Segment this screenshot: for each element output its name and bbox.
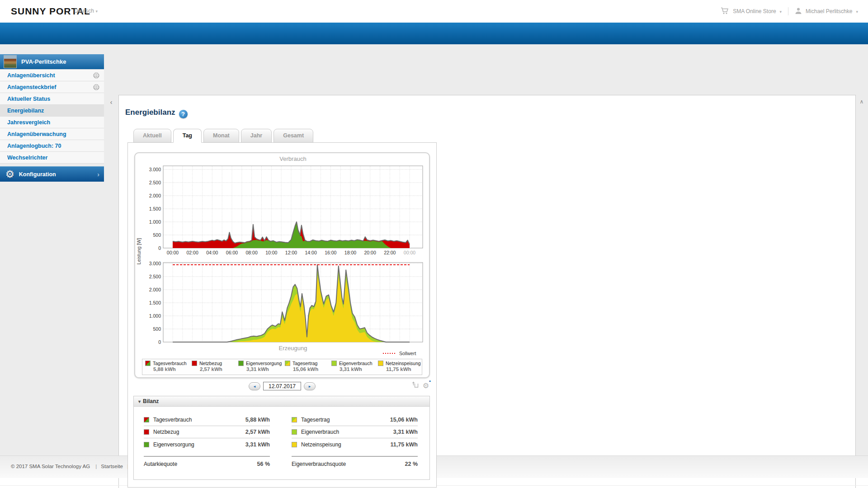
legend-swatch-yellow [292, 442, 297, 447]
chart-settings-icon[interactable] [423, 381, 429, 390]
user-menu[interactable]: Michael Perlitschke [806, 8, 852, 14]
sidebar-item-anlagenübersicht[interactable]: Anlagenübersicht [0, 70, 104, 81]
x-tick-label: 06:00 [226, 250, 238, 255]
legend-item-top: Netzbezug [192, 361, 236, 366]
sidebar-collapse-button[interactable] [108, 97, 115, 107]
plant-thumbnail [4, 55, 17, 68]
legend-swatch-red [192, 361, 197, 366]
top-bar: SUNNY PORTAL Deutsch SMA Online Store Mi… [0, 0, 868, 23]
config-label: Konfiguration [19, 171, 56, 178]
legend-item-netzbezug: Netzbezug2,57 kWh [189, 359, 236, 375]
y-tick-label: 1.000 [149, 219, 161, 225]
sidebar-item-aktueller-status[interactable]: Aktueller Status [0, 93, 104, 105]
bilanz-row-tagesertrag: Tagesertrag15,06 kWh [292, 414, 418, 426]
tab-aktuell[interactable]: Aktuell [133, 129, 171, 143]
sidebar-item-anlagenlogbuch-70[interactable]: Anlagenlogbuch: 70 [0, 140, 104, 152]
legend-item-value: 5,88 kWh [153, 366, 189, 372]
legend-item-eigenversorgung: Eigenversorgung3,31 kWh [236, 359, 282, 375]
export-icon[interactable] [412, 381, 419, 390]
sidebar-item-anlagensteckbrief[interactable]: Anlagensteckbrief [0, 81, 104, 93]
bilanz-row-label: Netzeinspeisung [301, 441, 341, 448]
legend-item-top: Eigenverbrauch [331, 361, 375, 366]
chevron-right-icon [97, 170, 99, 178]
bilanz-row-label: Eigenverbrauch [301, 429, 339, 435]
store-menu[interactable]: SMA Online Store [733, 8, 776, 14]
chart-legend: Tagesverbrauch5,88 kWhNetzbezug2,57 kWhE… [142, 359, 422, 375]
previous-day-button[interactable] [249, 382, 260, 390]
bilanz-left-rows: Tagesverbrauch5,88 kWhNetzbezug2,57 kWhE… [144, 414, 270, 450]
x-tick-label: 16:00 [325, 250, 336, 255]
sidebar-item-konfiguration[interactable]: Konfiguration [0, 166, 104, 182]
bilanz-row-label: Netzbezug [153, 429, 179, 435]
legend-swatch-red-green [145, 361, 151, 366]
tab-jahr[interactable]: Jahr [241, 129, 272, 143]
tab-tag[interactable]: Tag [173, 129, 202, 143]
date-navigation [128, 382, 436, 390]
workspace-background: PVA-Perlitschke AnlagenübersichtAnlagens… [0, 44, 868, 455]
y-tick-label: 0 [158, 339, 161, 345]
legend-item-value: 15,06 kWh [293, 366, 329, 372]
bilanz-row-value: 11,75 kWh [391, 441, 418, 448]
y-tick-label: 2.500 [149, 180, 161, 185]
x-tick-label: 08:00 [246, 250, 258, 255]
x-tick-label: 00:00 [167, 250, 179, 255]
legend-item-value: 3,31 kWh [246, 366, 282, 372]
bilanz-row-tagesverbrauch: Tagesverbrauch5,88 kWh [144, 414, 270, 426]
x-tick-label: 02:00 [187, 250, 198, 255]
tab-content: 05001.0001.5002.0002.5003.00000:0002:000… [127, 142, 437, 488]
bilanz-row-netzbezug: Netzbezug2,57 kWh [144, 426, 270, 438]
sidebar-item-jahresvergleich[interactable]: Jahresvergleich [0, 117, 104, 128]
bilanz-header[interactable]: Bilanz [134, 396, 429, 407]
bilanz-row-value: 5,88 kWh [245, 417, 270, 423]
legend-item-value: 2,57 kWh [200, 366, 236, 372]
y-tick-label: 1.000 [149, 313, 161, 319]
dropdown-triangle-icon [429, 379, 431, 383]
x-tick-label: 00:00 [404, 250, 415, 255]
y-tick-label: 1.500 [149, 206, 161, 211]
verbrauch-chart-title: Verbrauch [279, 155, 306, 162]
x-tick-label: 20:00 [364, 250, 376, 255]
y-axis-label: Leistung [W] [136, 238, 142, 264]
sidebar-menu: AnlagenübersichtAnlagensteckbriefAktuell… [0, 69, 104, 164]
scroll-top-button[interactable] [858, 98, 866, 106]
y-tick-label: 1.500 [149, 300, 161, 305]
sidebar-item-label: Anlagenüberwachung [7, 131, 66, 137]
y-tick-label: 0 [158, 245, 161, 251]
help-icon[interactable] [179, 110, 188, 118]
bilanz-row-eigenversorgung: Eigenversorgung3,31 kWh [144, 438, 270, 450]
legend-item-top: Tagesertrag [285, 361, 329, 366]
sidebar-item-energiebilanz[interactable]: Energiebilanz [0, 105, 104, 117]
copyright: © 2017 SMA Solar Technology AG [11, 464, 90, 469]
y-tick-label: 2.000 [149, 193, 161, 198]
sidebar-item-label: Aktueller Status [7, 96, 50, 102]
footer-link-startseite[interactable]: Startseite [101, 464, 123, 469]
legend-item-value: 3,31 kWh [340, 366, 375, 372]
bilanz-title: Bilanz [143, 398, 159, 404]
language-selector[interactable]: Deutsch [74, 8, 98, 14]
sidebar-plant-header[interactable]: PVA-Perlitschke [0, 54, 104, 69]
y-tick-label: 3.000 [149, 167, 161, 172]
x-tick-label: 22:00 [384, 250, 396, 255]
y-tick-label: 2.500 [149, 274, 161, 279]
legend-item-label: Tagesertrag [292, 361, 317, 366]
collapse-caret-icon [138, 398, 143, 404]
date-input[interactable] [263, 382, 301, 390]
bilanz-row-label: Eigenversorgung [153, 441, 194, 448]
legend-item-top: Tagesverbrauch [145, 361, 189, 366]
gear-icon [5, 169, 14, 180]
bilanz-row-value: 3,31 kWh [393, 429, 418, 435]
bilanz-row-label: Tagesertrag [301, 417, 330, 423]
sidebar-item-anlagenüberwachung[interactable]: Anlagenüberwachung [0, 128, 104, 140]
gear-icon [423, 382, 429, 389]
user-icon [795, 7, 802, 16]
legend-swatch-red-green [144, 417, 149, 422]
energy-charts: 05001.0001.5002.0002.5003.00000:0002:000… [135, 154, 429, 357]
divider [788, 7, 788, 15]
chevron-down-icon [95, 8, 98, 14]
next-day-button[interactable] [304, 382, 316, 390]
tab-monat[interactable]: Monat [203, 129, 239, 143]
y-tick-label: 2.000 [149, 287, 161, 292]
tab-gesamt[interactable]: Gesamt [274, 129, 313, 143]
sidebar-item-wechselrichter[interactable]: Wechselrichter [0, 152, 104, 164]
autarkiequote-label: Autarkiequote [144, 461, 177, 467]
